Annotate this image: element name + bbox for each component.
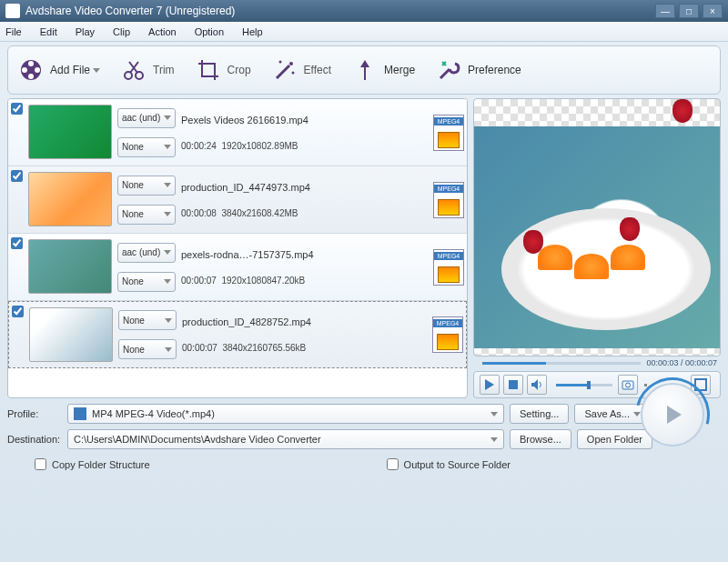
file-checkbox[interactable] [11,170,23,182]
format-icon [433,182,464,218]
merge-button[interactable]: Merge [353,58,415,82]
file-checkbox[interactable] [12,306,24,317]
format-icon [432,316,463,353]
toolbar: Add File Trim Crop Effect Merge Preferen… [7,45,721,95]
svg-point-3 [28,74,34,79]
file-thumbnail [29,307,113,362]
audio-track-dropdown[interactable]: None [117,176,176,196]
file-info: 00:00:07 1920x1080847.20kB [181,276,427,286]
file-info: 00:00:07 3840x2160765.56kB [182,343,426,353]
audio-track-dropdown[interactable]: aac (und) [117,243,176,263]
file-checkbox[interactable] [11,103,23,115]
file-thumbnail [28,239,112,294]
file-name: Pexels Videos 2616619.mp4 [181,115,427,125]
preview-viewport [473,98,721,356]
camera-icon [622,378,634,391]
profile-label: Profile: [7,408,67,419]
speaker-icon [531,378,543,391]
preview-panel: 00:00:03 / 00:00:07 [473,98,721,398]
profile-dropdown[interactable]: MP4 MPEG-4 Video(*.mp4) [67,404,504,424]
file-thumbnail [28,105,112,159]
output-source-checkbox[interactable]: Output to Source Folder [387,458,511,470]
volume-slider[interactable] [556,384,612,386]
chevron-down-icon[interactable] [644,384,647,386]
file-row[interactable]: aac (und) None Pexels Videos 2616619.mp4… [8,99,467,166]
file-row[interactable]: aac (und) None pexels-rodna…-7157375.mp4… [8,234,467,301]
film-reel-icon [19,58,43,82]
chevron-down-icon [490,437,498,442]
menu-action[interactable]: Action [148,26,177,37]
file-name: production_ID_4474973.mp4 [181,182,427,193]
snapshot-button[interactable] [618,375,638,395]
trim-button[interactable]: Trim [122,58,175,82]
crop-button[interactable]: Crop [197,58,251,82]
wrench-icon [437,58,460,82]
preference-label: Preference [468,64,521,76]
audio-track-dropdown[interactable]: None [118,310,177,330]
crop-label: Crop [228,64,251,76]
scissors-icon [122,58,146,82]
audio-track-dropdown[interactable]: aac (und) [117,108,176,128]
svg-point-8 [278,61,281,64]
convert-button[interactable] [641,383,704,447]
preference-button[interactable]: Preference [437,58,521,82]
subtitle-dropdown[interactable]: None [117,137,176,157]
file-row[interactable]: None None production_ID_4828752.mp4 00:0… [8,301,467,368]
format-icon [433,249,464,286]
play-icon [485,379,494,390]
current-time: 00:00:03 [646,358,678,367]
subtitle-dropdown[interactable]: None [118,339,177,359]
play-button[interactable] [480,375,500,395]
close-button[interactable]: × [703,4,723,18]
merge-icon [353,58,377,82]
subtitle-dropdown[interactable]: None [117,272,176,292]
stop-button[interactable] [503,375,523,395]
file-name: pexels-rodna…-7157375.mp4 [181,249,427,260]
svg-rect-13 [74,407,86,420]
stop-icon [509,380,518,389]
copy-folder-checkbox[interactable]: Copy Folder Structure [35,458,150,470]
file-row[interactable]: None None production_ID_4474973.mp4 00:0… [8,166,467,234]
file-checkbox[interactable] [11,237,23,249]
add-file-button[interactable]: Add File [19,58,100,82]
crop-icon [197,58,220,82]
timeline-track[interactable] [482,362,641,365]
svg-rect-10 [622,381,633,389]
svg-point-2 [35,67,40,73]
play-icon [667,406,682,424]
titlebar: Avdshare Video Converter 7 (Unregistered… [0,0,728,22]
menu-option[interactable]: Option [195,26,224,37]
trim-label: Trim [153,64,175,76]
setting-button[interactable]: Setting... [510,404,569,424]
svg-point-7 [289,62,293,65]
menu-help[interactable]: Help [242,26,263,37]
effect-button[interactable]: Effect [273,58,331,82]
total-time: 00:00:07 [685,358,717,367]
file-list: aac (und) None Pexels Videos 2616619.mp4… [7,98,468,398]
preview-timeline[interactable]: 00:00:03 / 00:00:07 [473,356,721,369]
window-title: Avdshare Video Converter 7 (Unregistered… [25,5,652,17]
svg-point-9 [291,72,294,75]
format-icon [433,115,464,151]
app-icon [5,4,20,18]
menu-clip[interactable]: Clip [113,26,130,37]
add-file-label: Add File [50,64,90,76]
subtitle-dropdown[interactable]: None [117,205,176,225]
chevron-down-icon [490,412,498,416]
maximize-button[interactable]: □ [679,4,699,18]
wand-icon [273,58,297,82]
menu-play[interactable]: Play [76,26,95,37]
browse-button[interactable]: Browse... [510,429,571,449]
svg-point-11 [626,383,631,387]
menubar: File Edit Play Clip Action Option Help [0,22,728,42]
menu-file[interactable]: File [5,26,22,37]
destination-dropdown[interactable]: C:\Users\ADMIN\Documents\Avdshare Video … [67,429,504,449]
mp4-icon [74,407,86,420]
menu-edit[interactable]: Edit [40,26,57,37]
chevron-down-icon [93,68,100,73]
volume-button[interactable] [527,375,547,395]
svg-point-4 [22,67,27,73]
minimize-button[interactable]: — [655,4,675,18]
file-info: 00:00:24 1920x10802.89MB [181,141,427,151]
file-thumbnail [28,172,112,226]
